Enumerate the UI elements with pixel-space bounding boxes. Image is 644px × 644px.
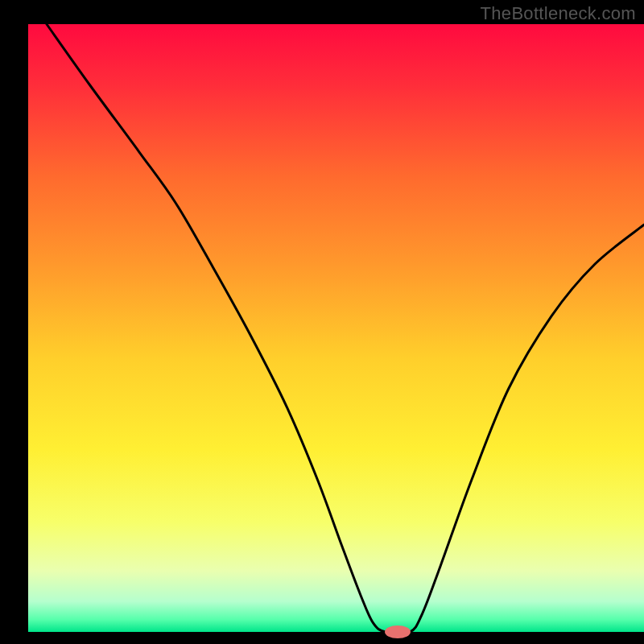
plot-background [28,24,644,632]
chart-svg [0,0,644,644]
watermark-text: TheBottleneck.com [481,3,636,24]
optimal-marker [385,625,411,638]
bottleneck-chart [0,0,644,644]
